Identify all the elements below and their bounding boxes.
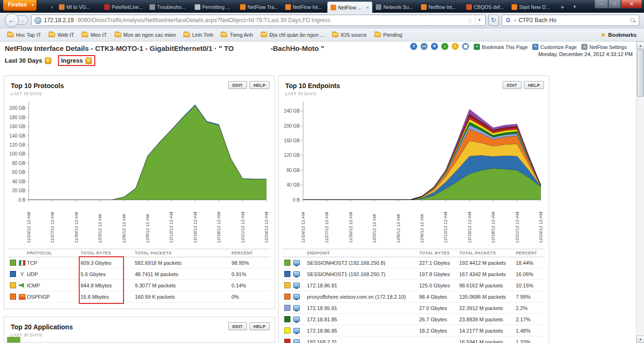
annotation-red-box-ingress: Ingress ▼ xyxy=(58,55,95,66)
minimize-button[interactable]: — xyxy=(594,0,608,8)
bookmarks-menu-button[interactable]: ★ Bookmarks xyxy=(597,30,640,40)
protocol-row-TCP[interactable]: TCP609.3 Gbytes582.6918 M packets98.95% xyxy=(8,257,271,269)
sound-icon[interactable]: ♪ xyxy=(441,43,448,50)
browser-tab[interactable]: Netflow Int... xyxy=(418,1,463,13)
bookmark-item[interactable]: IOS source xyxy=(329,31,370,39)
back-button[interactable]: ← xyxy=(5,13,19,27)
customize-page-link[interactable]: ✎Customize Page xyxy=(532,44,577,50)
protocol-row-UDP[interactable]: YUDP5.6 Gbytes48.7411 M packets0.91% xyxy=(8,269,271,280)
tab-favicon-icon xyxy=(330,5,336,10)
folder-icon xyxy=(332,33,339,37)
chart-icon[interactable]: ▦ xyxy=(462,43,469,50)
url-dropdown-icon[interactable]: ▼ xyxy=(475,15,483,25)
ssl-icon[interactable]: ssl xyxy=(421,43,428,50)
browser-tab[interactable]: NetFlow ...× xyxy=(327,1,372,13)
help-button[interactable]: HELP xyxy=(249,322,270,330)
browser-tab[interactable]: Start New D... xyxy=(508,1,553,13)
search-box[interactable]: G ▼ CTP2 Bach Ho xyxy=(502,15,639,26)
search-engine-dropdown-icon[interactable]: ▼ xyxy=(513,19,517,22)
svg-text:12/3/12 12 AM: 12/3/12 12 AM xyxy=(97,214,102,243)
bookmark-item[interactable]: Mon an ngon cac mien xyxy=(111,31,179,39)
endpoint-row[interactable]: SESSIONHOST1 (192.168.250.7)197.8 Gbytes… xyxy=(282,269,545,280)
endpoint-row[interactable]: 172.18.81.8526.7 Gbytes23.8839 M packets… xyxy=(282,314,545,325)
browser-tab[interactable]: CBQOS def... xyxy=(463,1,508,13)
maximize-button[interactable]: □ xyxy=(608,0,621,8)
bookmark-item[interactable]: Tieng Anh xyxy=(217,31,256,39)
computer-icon xyxy=(293,260,300,265)
bookmark-label: Linh Tinh xyxy=(192,32,214,38)
browser-tab[interactable]: Troublesho... xyxy=(146,1,191,13)
reload-button[interactable]: ↻ xyxy=(488,15,499,26)
browser-tab[interactable]: PeteNetLive... xyxy=(101,1,146,13)
browser-tab[interactable]: Network Su... xyxy=(372,1,418,13)
browser-tab[interactable]: Permitting ... xyxy=(191,1,237,13)
svg-text:140 GB: 140 GB xyxy=(9,133,25,139)
endpoint-row[interactable]: 172.18.86.8518.2 Gbytes14.2177 M packets… xyxy=(282,325,545,336)
endpoint-row[interactable]: 172.18.86.81125.0 Gbytes98.6162 M packet… xyxy=(282,280,545,291)
svg-text:120 GB: 120 GB xyxy=(9,142,25,147)
scroll-up-arrow[interactable]: ▲ xyxy=(636,41,644,49)
direction-label: Ingress xyxy=(61,57,83,64)
bookmark-item[interactable]: Pending xyxy=(371,31,405,39)
bookmark-item[interactable]: Địa chỉ quán ăn ngon ... xyxy=(257,31,328,39)
endpoint-row[interactable]: 192.168.2.3116.5941 M packets1.33% xyxy=(282,336,545,343)
bookmark-item[interactable]: Linh Tinh xyxy=(180,31,217,39)
table-header-row: PROTOCOLTOTAL BYTESTOTAL PACKETSPERCENT xyxy=(8,249,271,257)
tab-close-icon[interactable]: × xyxy=(366,5,369,10)
bookmark-this-page-link[interactable]: +Bookmark This Page xyxy=(474,44,528,50)
tab-scroll-left-button[interactable]: ‹ xyxy=(49,2,55,12)
page-datetime: Monday, December 24, 2012 4:33:12 PM xyxy=(538,51,633,57)
url-bar[interactable]: 172.18.2.19 :9090/Orion/TrafficAnalysis/… xyxy=(31,15,486,26)
help-button[interactable]: HELP xyxy=(524,81,544,89)
export-icon[interactable]: ▼ xyxy=(431,43,438,50)
list-all-tabs-button[interactable]: ▼ xyxy=(570,2,579,12)
bookmark-item[interactable]: Hoc Tap IT xyxy=(4,31,44,39)
search-input[interactable]: CTP2 Bach Ho xyxy=(519,17,628,24)
svg-text:12/18/12 12 AM: 12/18/12 12 AM xyxy=(490,212,495,243)
chevron-down-icon: ▼ xyxy=(85,57,92,64)
protocol-row-ICMP[interactable]: ICMP844.8 Mbytes9.3077 M packets0.14% xyxy=(8,280,271,291)
netflow-settings-link[interactable]: ≡NetFlow Settings xyxy=(581,44,627,50)
scroll-down-arrow[interactable]: ▼ xyxy=(636,335,644,343)
close-button[interactable]: ✕ xyxy=(621,0,642,8)
google-engine-icon[interactable]: G xyxy=(505,17,512,24)
bookmark-star-icon[interactable]: ☆ xyxy=(467,16,473,24)
computer-icon xyxy=(293,305,300,310)
firefox-menu-button[interactable]: Firefox ▾ xyxy=(3,0,37,11)
firefox-menu-label: Firefox xyxy=(8,1,27,8)
svg-text:40 GB: 40 GB xyxy=(287,182,300,188)
bookmark-label: Tieng Anh xyxy=(230,32,253,38)
svg-text:12/24/12 12 AM: 12/24/12 12 AM xyxy=(264,212,269,243)
svg-text:160 GB: 160 GB xyxy=(284,138,300,143)
new-tab-button[interactable]: + xyxy=(557,2,568,12)
edit-button[interactable]: EDIT xyxy=(503,81,521,89)
bookmarks-toolbar: Hoc Tap ITWeb ITMeo ITMon an ngon cac mi… xyxy=(0,28,644,41)
site-identity-globe-icon[interactable] xyxy=(34,17,41,24)
direction-dropdown[interactable]: Ingress ▼ xyxy=(61,57,92,64)
endpoint-row[interactable]: SESSIONHOST2 (192.168.250.8)227.1 Gbytes… xyxy=(282,257,545,269)
endpoint-row[interactable]: proxyoffshore.vietsov.com.vn (172.18.2.1… xyxy=(282,291,545,302)
svg-text:11/30/12 12 AM: 11/30/12 12 AM xyxy=(348,212,353,243)
help-icon[interactable]: ? xyxy=(410,43,417,50)
bookmark-item[interactable]: Meo IT xyxy=(78,31,110,39)
svg-text:60 GB: 60 GB xyxy=(12,170,26,175)
browser-tab[interactable]: NetFlow Int... xyxy=(282,1,327,13)
customize-page-icon: ✎ xyxy=(532,44,538,50)
time-range-dropdown[interactable]: Last 30 Days ▼ xyxy=(5,57,51,64)
browser-tab[interactable]: MI to VG... xyxy=(56,1,101,13)
top-20-applications-panel: Top 20 Applications EDIT HELP LAST 30 DA… xyxy=(4,317,275,343)
top-10-protocols-panel: Top 10 Protocols EDIT HELP LAST 30 DAYS … xyxy=(4,75,275,309)
help-button[interactable]: HELP xyxy=(249,81,270,89)
edit-button[interactable]: EDIT xyxy=(228,322,247,330)
browser-tab[interactable]: NetFlow Tra... xyxy=(237,1,282,13)
tab-favicon-icon xyxy=(59,4,65,10)
scrollbar-thumb[interactable] xyxy=(637,49,644,97)
edit-button[interactable]: EDIT xyxy=(228,81,247,89)
alert-icon[interactable]: ! xyxy=(452,43,459,50)
endpoint-row[interactable]: 172.18.95.9127.0 Gbytes22.3912 M packets… xyxy=(282,302,545,314)
protocol-row-OSPFIGP[interactable]: OSPFIGP15.6 Mbytes160.59 K packets0% xyxy=(8,291,271,302)
bookmark-item[interactable]: Web IT xyxy=(45,31,77,39)
series-color-swatch xyxy=(10,282,16,288)
chevron-down-icon: ▼ xyxy=(45,57,51,64)
search-magnifier-icon[interactable] xyxy=(630,17,636,24)
